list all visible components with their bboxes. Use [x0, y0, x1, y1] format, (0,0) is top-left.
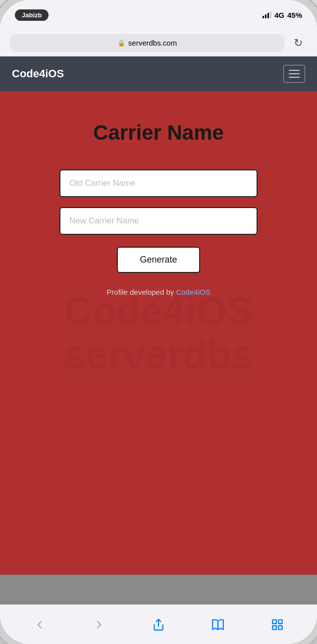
share-button[interactable]	[146, 612, 171, 637]
status-right: 4G 45%	[263, 11, 302, 19]
back-button[interactable]	[27, 612, 52, 637]
battery-level: 45%	[287, 11, 302, 19]
forward-button[interactable]	[87, 612, 111, 637]
footer-link[interactable]: Code4iOS	[176, 288, 210, 296]
network-type: 4G	[274, 11, 284, 19]
svg-rect-3	[278, 626, 282, 630]
hamburger-line-2	[289, 73, 300, 74]
hamburger-button[interactable]	[283, 65, 305, 83]
app-content: Code4iOS Code4iOSserverdbs Carrier Name …	[0, 56, 317, 604]
hamburger-line-3	[289, 77, 300, 78]
bottom-nav	[0, 604, 317, 644]
refresh-button[interactable]: ↻	[289, 34, 307, 52]
nav-brand: Code4iOS	[12, 67, 64, 80]
watermark: Code4iOSserverdbs	[64, 289, 253, 376]
signal-icon	[263, 11, 271, 18]
url-text: serverdbs.com	[128, 39, 177, 47]
generate-button[interactable]: Generate	[117, 247, 200, 273]
lock-icon: 🔒	[117, 39, 125, 47]
svg-rect-4	[272, 626, 276, 630]
old-carrier-input[interactable]	[59, 169, 258, 197]
form-container: Generate	[59, 169, 258, 273]
phone-frame: Jabizb 4G 45% 🔒 serverdbs.com ↻ Code4iOS	[0, 0, 317, 644]
browser-bar: 🔒 serverdbs.com ↻	[0, 30, 317, 56]
bookmarks-button[interactable]	[206, 612, 230, 637]
status-left: Jabizb	[15, 9, 49, 21]
main-section: Code4iOSserverdbs Carrier Name Generate …	[0, 91, 317, 575]
hamburger-line-1	[289, 70, 300, 71]
page-title: Carrier Name	[93, 121, 224, 145]
url-bar[interactable]: 🔒 serverdbs.com	[10, 34, 284, 52]
footer-text: Profile developed by Code4iOS	[106, 288, 210, 296]
new-carrier-input[interactable]	[59, 207, 258, 235]
svg-rect-2	[278, 620, 282, 624]
svg-rect-1	[272, 620, 276, 624]
status-bar: Jabizb 4G 45%	[0, 0, 317, 30]
nav-bar: Code4iOS	[0, 56, 317, 91]
tabs-button[interactable]	[265, 612, 290, 637]
gray-section	[0, 575, 317, 604]
carrier-label: Jabizb	[15, 9, 49, 21]
